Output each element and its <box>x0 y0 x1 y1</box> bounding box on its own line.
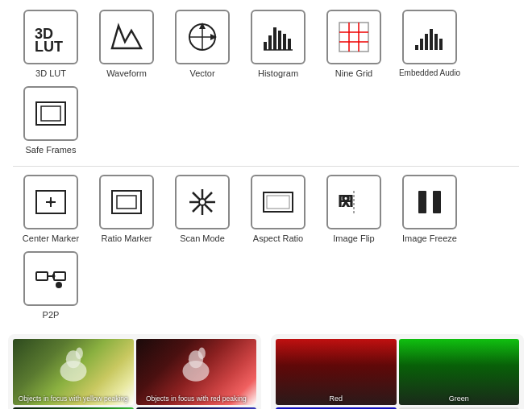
icon-box-imageflip: R R <box>326 175 381 229</box>
svg-rect-21 <box>420 39 423 50</box>
icon-item-aspectratio[interactable]: Aspect Ratio <box>240 175 316 243</box>
icon-row-1: 3D LUT 3D LUT Waveform <box>13 10 519 163</box>
icon-box-audio <box>402 10 457 64</box>
peaking-focus-card: Objects in focus with yellow peaking Obj… <box>8 334 261 409</box>
aspectratio-icon <box>260 184 296 220</box>
svg-rect-20 <box>415 45 418 50</box>
imageflip-icon: R R <box>336 184 372 220</box>
svg-rect-41 <box>267 196 289 209</box>
icon-row-2: Center Marker Ratio Marker <box>13 175 519 328</box>
icon-label-p2p: P2P <box>43 310 60 320</box>
icon-label-histogram: Histogram <box>258 68 298 78</box>
icon-item-ninegrid[interactable]: Nine Grid <box>316 10 392 78</box>
svg-rect-8 <box>264 42 267 50</box>
svg-rect-9 <box>268 35 272 50</box>
waveform-icon <box>109 19 144 55</box>
icon-item-3dlut[interactable]: 3D LUT 3D LUT <box>13 10 89 78</box>
icon-label-safeframes: Safe Frames <box>26 145 77 155</box>
icon-box-ninegrid <box>326 10 381 64</box>
svg-rect-15 <box>339 23 368 52</box>
icon-item-centermarker[interactable]: Center Marker <box>13 175 89 243</box>
checkfield-image-grid: Red Green Blue Grey <box>271 334 524 409</box>
svg-rect-10 <box>273 27 276 50</box>
horse-yellow-silhouette <box>51 343 95 387</box>
cf-green-cell: Green <box>399 339 520 405</box>
imagefreeze-icon <box>412 184 447 220</box>
icon-box-ratiomarker <box>99 175 154 229</box>
svg-text:R: R <box>341 191 354 211</box>
scanmode-icon <box>185 184 220 220</box>
svg-marker-6 <box>199 23 206 29</box>
icon-item-imageflip[interactable]: R R Image Flip <box>316 175 392 243</box>
icon-label-centermarker: Center Marker <box>23 233 79 243</box>
svg-point-54 <box>76 348 83 360</box>
histogram-icon <box>260 19 296 55</box>
icon-label-audio: Embedded Audio <box>399 68 460 77</box>
icon-box-safeframes <box>23 86 78 141</box>
svg-rect-12 <box>283 34 286 50</box>
icon-box-centermarker <box>23 175 78 229</box>
icon-item-safeframes[interactable]: Safe Frames <box>13 86 89 155</box>
svg-rect-23 <box>430 29 433 50</box>
icon-box-aspectratio <box>251 175 305 229</box>
peaking-red-cell: Objects in focus with red peaking <box>136 339 257 405</box>
icon-label-ninegrid: Nine Grid <box>335 68 372 78</box>
3dlut-icon: 3D LUT <box>33 19 69 55</box>
svg-rect-13 <box>288 39 291 50</box>
cf-red-cell: Red <box>276 339 397 405</box>
icon-item-waveform[interactable]: Waveform <box>89 10 164 78</box>
svg-rect-46 <box>433 191 441 213</box>
icon-box-vector <box>175 10 230 64</box>
icon-box-imagefreeze <box>402 175 457 229</box>
icon-item-ratiomarker[interactable]: Ratio Marker <box>89 175 164 243</box>
svg-rect-33 <box>117 196 136 209</box>
icon-item-audio[interactable]: Embedded Audio <box>392 10 468 78</box>
icon-box-scanmode <box>175 175 230 229</box>
vector-icon <box>185 19 220 55</box>
peaking-red-caption: Objects in focus with red peaking <box>136 395 257 403</box>
icon-box-waveform <box>99 10 154 64</box>
svg-rect-47 <box>36 272 48 280</box>
audio-icon <box>412 19 447 55</box>
svg-marker-2 <box>112 26 141 48</box>
peaking-yellow-cell: Objects in focus with yellow peaking <box>13 339 134 405</box>
icon-label-aspectratio: Aspect Ratio <box>253 233 303 243</box>
p2p-icon <box>33 261 69 296</box>
row-divider <box>13 166 519 167</box>
svg-point-39 <box>200 200 205 204</box>
icon-label-imagefreeze: Image Freeze <box>402 233 457 243</box>
icon-item-vector[interactable]: Vector <box>164 10 240 78</box>
svg-rect-27 <box>41 106 60 121</box>
icon-label-scanmode: Scan Mode <box>180 233 225 243</box>
svg-point-31 <box>49 200 52 204</box>
cf-green-label: Green <box>399 395 520 403</box>
ratiomarker-icon <box>109 184 144 220</box>
icon-box-p2p <box>23 251 78 306</box>
cf-red-label: Red <box>276 395 397 403</box>
svg-rect-11 <box>278 31 281 50</box>
svg-point-57 <box>198 348 206 360</box>
icon-box-3dlut: 3D LUT <box>23 10 78 64</box>
check-field-card: Red Green Blue Grey CHECK FIELD When ena… <box>271 334 524 409</box>
centermarker-icon <box>33 184 69 220</box>
ninegrid-icon <box>336 19 372 55</box>
svg-marker-7 <box>210 34 217 40</box>
svg-text:LUT: LUT <box>35 39 63 55</box>
icon-label-vector: Vector <box>189 68 214 78</box>
peaking-yellow-caption: Objects in focus with yellow peaking <box>13 395 134 403</box>
icon-item-scanmode[interactable]: Scan Mode <box>164 175 240 243</box>
icon-item-p2p[interactable]: P2P <box>13 251 89 320</box>
icon-section: 3D LUT 3D LUT Waveform <box>0 0 532 334</box>
icon-label-ratiomarker: Ratio Marker <box>102 233 152 243</box>
peaking-image-grid: Objects in focus with yellow peaking Obj… <box>8 334 261 409</box>
svg-rect-22 <box>425 34 428 50</box>
icon-item-histogram[interactable]: Histogram <box>240 10 316 78</box>
icon-item-imagefreeze[interactable]: Image Freeze <box>392 175 468 243</box>
svg-rect-45 <box>418 191 426 213</box>
svg-rect-48 <box>54 272 65 280</box>
horse-red-silhouette <box>174 343 218 387</box>
icon-label-imageflip: Image Flip <box>333 233 374 243</box>
svg-point-51 <box>56 282 62 288</box>
svg-rect-25 <box>439 39 443 50</box>
svg-rect-24 <box>434 34 438 50</box>
